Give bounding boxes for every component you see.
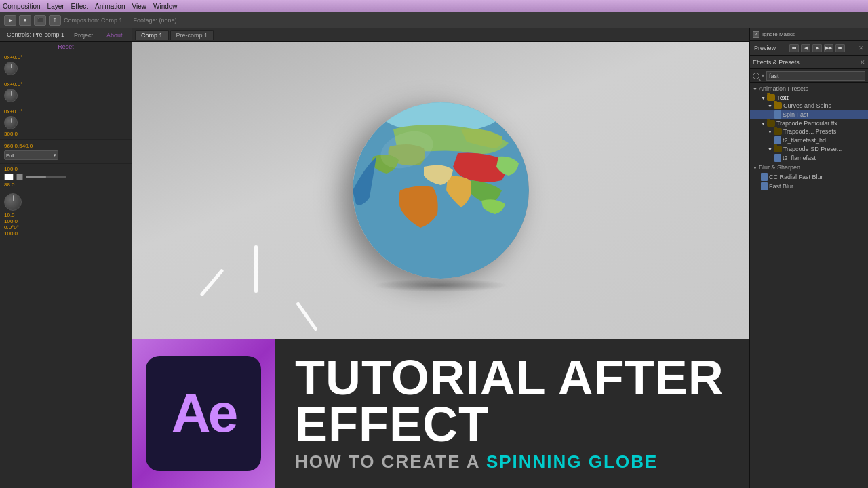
- quality-dropdown[interactable]: Full ▾: [4, 150, 58, 160]
- effects-presets-close[interactable]: ✕: [860, 59, 865, 66]
- tree-text[interactable]: ▼ Text: [750, 94, 868, 102]
- menu-animation[interactable]: Animation: [95, 3, 125, 10]
- tree-trapcode-label: Trapcode Particular ffx: [776, 120, 837, 127]
- param-300: 300.0: [4, 131, 127, 137]
- tree-text-label: Text: [776, 94, 789, 101]
- tree-cc-radial[interactable]: CC Radial Fast Blur: [750, 172, 868, 182]
- tree-spin-fast[interactable]: Spin Fast: [750, 110, 868, 119]
- ignore-masks-row: Ignore Masks: [750, 28, 868, 41]
- preview-play[interactable]: ▶: [812, 44, 822, 52]
- tree-t2-flame2[interactable]: t2_flamefast: [750, 153, 868, 163]
- bottom-val-100d: 100.0: [4, 230, 127, 237]
- preview-back[interactable]: ◀: [801, 44, 810, 52]
- tree-t2-flame[interactable]: t2_flamefast_hd: [750, 136, 868, 145]
- stroke-1: [200, 268, 224, 297]
- dropdown-arrow-icon: ▾: [54, 152, 56, 158]
- menu-layer[interactable]: Layer: [47, 3, 64, 10]
- intensity-section: 100.0 88.0: [0, 164, 132, 190]
- banner-subtitle: HOW TO CREATE A SPINNING GLOBE: [295, 451, 729, 472]
- tree-trapcode-presets[interactable]: ▼ Trapcode... Presets: [750, 127, 868, 136]
- tree-spin-fast-label: Spin Fast: [783, 111, 808, 118]
- param-x-value: 0x+0.0°: [4, 54, 127, 60]
- tree-curves-spins[interactable]: ▼ Curves and Spins: [750, 102, 868, 110]
- about-button[interactable]: About...: [106, 32, 127, 39]
- tree-trapcode-sd[interactable]: ▼ Trapcode SD Prese...: [750, 145, 868, 153]
- tab-project[interactable]: Project: [71, 31, 96, 39]
- knob-x[interactable]: [4, 62, 18, 75]
- knob-z[interactable]: [4, 116, 18, 129]
- file-t2-flame-icon: [774, 136, 781, 144]
- ae-logo-text: Ae: [172, 386, 235, 441]
- dropdown-row: Full ▾: [4, 150, 127, 160]
- effects-presets-label: Effects & Presets: [753, 59, 800, 66]
- viewport: [132, 42, 749, 339]
- folder-sd-icon: [774, 146, 782, 152]
- comp-tabs: Comp 1 Pre-comp 1: [132, 28, 749, 42]
- tree-trapcode[interactable]: ▼ Trapcode Particular ffx: [750, 119, 868, 127]
- stroke-3: [296, 302, 318, 331]
- knob-y[interactable]: [4, 89, 18, 102]
- preview-skip-back[interactable]: ⏮: [789, 44, 799, 52]
- banner-text: TUTORIAL AFTER EFFECT HOW TO CREATE A SP…: [275, 341, 749, 486]
- effects-presets-header: Effects & Presets ✕: [750, 56, 868, 69]
- blur-sharpen-label: Blur & Sharpen: [759, 164, 800, 171]
- tri-down-curves: ▼: [768, 104, 772, 108]
- tri-down-blur: ▼: [753, 165, 757, 170]
- ignore-masks-label: Ignore Masks: [762, 31, 795, 37]
- knob-row-x: [4, 62, 127, 75]
- tab-controls[interactable]: Controls: Pre-comp 1: [4, 30, 67, 39]
- mini-slider[interactable]: [26, 176, 66, 178]
- file-cc-radial-icon: [761, 173, 768, 181]
- preview-skip-forward[interactable]: ⏭: [835, 44, 845, 52]
- toolbar-btn-1[interactable]: ▶: [4, 15, 16, 26]
- toolbar-btn-3[interactable]: ⬛: [34, 15, 46, 26]
- bottom-knob[interactable]: [4, 193, 22, 211]
- menu-composition[interactable]: Composition: [3, 3, 41, 10]
- ae-logo-inner: Ae: [146, 356, 261, 471]
- bottom-val-100c: 100.0: [4, 218, 127, 224]
- reset-button[interactable]: Reset: [0, 42, 132, 52]
- toolbar-btn-2[interactable]: ■: [19, 15, 31, 26]
- center-area: Comp 1 Pre-comp 1: [132, 28, 749, 488]
- param-x: 0x+0.0°: [0, 52, 132, 79]
- banner-subtitle-prefix: HOW TO CREATE A: [295, 451, 486, 472]
- preview-label: Preview: [754, 45, 776, 52]
- search-input[interactable]: [766, 71, 865, 81]
- param-y: 0x+0.0°: [0, 79, 132, 106]
- tree-curves-spins-label: Curves and Spins: [783, 102, 831, 109]
- bottom-val-10: 10.0: [4, 212, 127, 218]
- tab-precomp1[interactable]: Pre-comp 1: [170, 30, 214, 40]
- tree-animation-presets[interactable]: ▼ Animation Presets: [750, 84, 868, 94]
- tree-fast-blur[interactable]: Fast Blur: [750, 182, 868, 191]
- preview-section: Preview ⏮ ◀ ▶ ▶▶ ⏭ ✕: [750, 41, 868, 56]
- color-swatch-white[interactable]: [4, 174, 14, 180]
- tri-down-icon-text: ▼: [761, 96, 766, 100]
- bottom-banner: Ae TUTORIAL AFTER EFFECT HOW TO CREATE A…: [132, 339, 749, 488]
- globe-container: [353, 102, 529, 279]
- tree-blur-sharpen[interactable]: ▼ Blur & Sharpen: [750, 163, 868, 172]
- effects-tree: ▼ Animation Presets ▼ Text ▼ Curves and …: [750, 83, 868, 488]
- tri-down-icon: ▼: [753, 87, 757, 92]
- menu-view[interactable]: View: [132, 3, 146, 10]
- ae-logo-box: Ae: [132, 339, 275, 488]
- bottom-val-0: 0.0°0°: [4, 224, 127, 230]
- toolbar-btn-4[interactable]: T: [49, 15, 61, 26]
- dropdown-label: Full: [6, 153, 14, 158]
- menu-effect[interactable]: Effect: [71, 3, 88, 10]
- folder-text-icon: [767, 94, 775, 101]
- bottom-knob-section: 10.0 100.0 0.0°0° 100.0: [0, 190, 132, 239]
- color-swatch-gray[interactable]: [16, 174, 23, 180]
- tab-comp1[interactable]: Comp 1: [135, 30, 169, 40]
- preview-forward[interactable]: ▶▶: [824, 44, 833, 52]
- menu-window[interactable]: Window: [153, 3, 178, 10]
- folder-curves-icon: [774, 102, 782, 109]
- ignore-masks-checkbox[interactable]: [753, 31, 760, 38]
- slider-row: [4, 174, 127, 180]
- res-section: 960.0,540.0 Full ▾: [0, 140, 132, 164]
- preview-close[interactable]: ✕: [859, 45, 864, 52]
- search-row: ▾: [750, 69, 868, 83]
- tree-trapcode-presets-label: Trapcode... Presets: [783, 128, 836, 135]
- tri-down-trap: ▼: [761, 121, 766, 126]
- menu-bar: Composition Layer Effect Animation View …: [0, 0, 868, 12]
- folder-trapcode-icon: [767, 120, 775, 127]
